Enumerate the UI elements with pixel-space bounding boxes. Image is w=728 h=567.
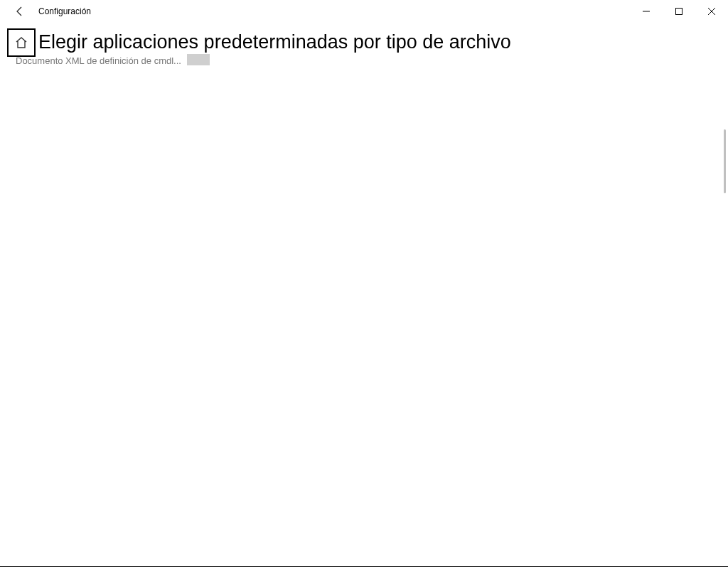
svg-rect-1	[676, 9, 682, 15]
window-controls	[630, 0, 728, 23]
window-title: Configuración	[38, 6, 91, 16]
maximize-button[interactable]	[663, 0, 695, 23]
truncated-app-icon[interactable]	[187, 54, 210, 65]
scrollbar[interactable]	[724, 129, 726, 193]
close-button[interactable]	[695, 0, 728, 23]
titlebar: Configuración	[0, 0, 728, 23]
page-title: Elegir aplicaciones predeterminadas por …	[38, 31, 511, 53]
home-button[interactable]	[7, 28, 36, 57]
home-icon	[14, 36, 28, 50]
back-button[interactable]	[6, 0, 34, 23]
truncated-previous-desc: Documento XML de definición de cmdl...	[16, 55, 181, 66]
minimize-button[interactable]	[630, 0, 663, 23]
